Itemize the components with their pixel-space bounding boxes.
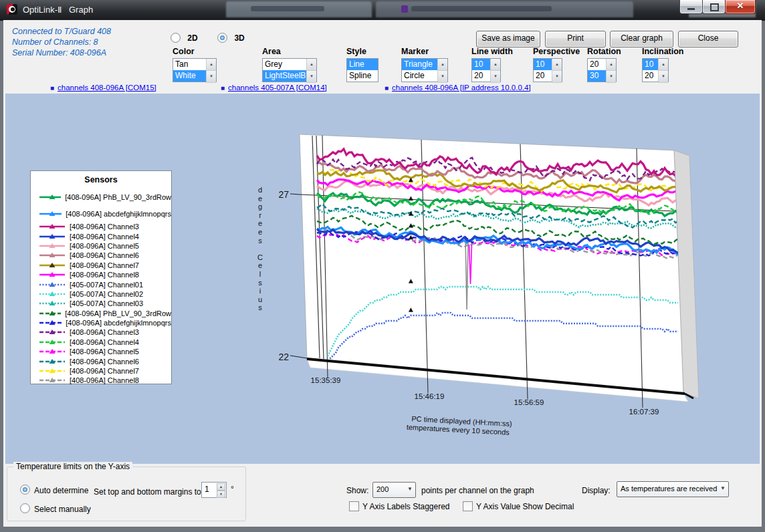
footer-panel: Temperature limits on the Y-axis Auto de… bbox=[3, 464, 762, 527]
y-axis-caption-letter: e bbox=[258, 194, 262, 203]
legend-item: [408-096A] PhB_LV_90_3rdRow bbox=[31, 188, 171, 205]
selector-label-line-width: Line width bbox=[471, 47, 513, 56]
option-grey[interactable]: Grey bbox=[263, 59, 309, 70]
radio-2d-label: 2D bbox=[187, 33, 197, 43]
close-graph-button[interactable]: Close bbox=[678, 31, 738, 47]
legend-item-label: [408-096A] Channel7 bbox=[70, 261, 139, 269]
maximize-button[interactable] bbox=[702, 0, 726, 14]
background-window-text bbox=[411, 6, 552, 11]
legend-swatch-icon bbox=[39, 291, 66, 297]
scroll-down-icon[interactable]: ▼ bbox=[659, 71, 668, 83]
scroll-down-icon[interactable]: ▼ bbox=[438, 71, 447, 83]
legend-item: [408-096A] Channel8 bbox=[31, 270, 171, 279]
scroll-up-icon[interactable]: ▲ bbox=[307, 59, 316, 71]
option-line[interactable]: Line bbox=[347, 59, 378, 70]
x-tick-label: 15:56:59 bbox=[514, 398, 544, 406]
listbox-scroll-arrows: ▲▼ bbox=[658, 59, 668, 82]
y-axis-caption-letter: g bbox=[258, 203, 262, 211]
legend-item-label: [408-096A] PhB_LV_90_3rdRow bbox=[65, 193, 171, 201]
legend-item: [408-096A] Channel5 bbox=[31, 241, 171, 251]
x-tick-label: 15:46:19 bbox=[415, 392, 445, 400]
maximize-icon bbox=[710, 3, 719, 11]
save-as-image-button[interactable]: Save as image bbox=[476, 31, 540, 47]
option-triangle[interactable]: Triangle bbox=[402, 59, 440, 70]
print-button[interactable]: Print bbox=[545, 31, 606, 47]
channel-link-ip[interactable]: ■channels 408-096A [IP address 10.0.0.4] bbox=[385, 84, 531, 92]
selector-label-rotation: Rotation bbox=[587, 47, 621, 56]
listbox-perspective: 1020▲▼ bbox=[533, 58, 562, 82]
listbox-scroll-arrows: ▲▼ bbox=[606, 59, 616, 82]
display-mode-select[interactable]: As temperatures are received ▼ bbox=[617, 481, 729, 497]
legend-swatch-icon bbox=[39, 348, 66, 355]
select-manually-radio[interactable] bbox=[20, 503, 30, 513]
app-logo-icon bbox=[7, 4, 17, 15]
option-tan[interactable]: Tan bbox=[173, 59, 209, 70]
margin-spinner-arrows: ▲ ▼ bbox=[217, 483, 225, 495]
scroll-down-icon[interactable]: ▼ bbox=[207, 71, 216, 83]
scroll-down-icon[interactable]: ▼ bbox=[307, 71, 316, 83]
option-spline[interactable]: Spline bbox=[347, 70, 378, 82]
temperature-limits-title: Temperature limits on the Y-axis bbox=[13, 462, 132, 471]
connection-line-3: Serial Number: 408-096A bbox=[12, 47, 111, 58]
scroll-up-icon[interactable]: ▲ bbox=[607, 59, 616, 71]
legend-swatch-icon bbox=[39, 368, 66, 374]
spinner-down-icon[interactable]: ▼ bbox=[217, 491, 225, 498]
y-axis-caption-letter: l bbox=[259, 270, 261, 278]
option-lightsteelblue[interactable]: LightSteelBlue bbox=[263, 70, 309, 82]
close-button[interactable]: ✕ bbox=[725, 0, 756, 14]
scroll-down-icon[interactable]: ▼ bbox=[552, 71, 562, 83]
radio-2d[interactable] bbox=[171, 33, 181, 43]
legend-swatch-icon bbox=[39, 194, 61, 201]
radio-3d[interactable] bbox=[217, 33, 227, 43]
scroll-up-icon[interactable]: ▲ bbox=[438, 59, 447, 71]
selector-label-perspective: Perspective bbox=[533, 47, 580, 56]
y-axis-caption-letter: C bbox=[257, 253, 263, 261]
show-label: Show: bbox=[346, 486, 368, 495]
option-circle[interactable]: Circle bbox=[402, 70, 440, 82]
margins-label: Set top and bottom margins to: bbox=[94, 487, 203, 497]
listbox-scroll-arrows: ▲▼ bbox=[552, 59, 562, 82]
listbox-area: GreyLightSteelBlue▲▼ bbox=[262, 58, 317, 82]
channel-link-com14[interactable]: ■channels 405-007A [COM14] bbox=[221, 84, 327, 92]
legend-swatch-icon bbox=[39, 329, 66, 336]
legend-swatch-icon bbox=[39, 211, 62, 217]
y-axis-caption-letter: e bbox=[258, 261, 262, 269]
selector-label-style: Style bbox=[346, 47, 366, 56]
toolbar: Connected to T/Guard 408 Number of Chann… bbox=[3, 20, 762, 94]
legend-item: [408-096A] Channel8 bbox=[31, 376, 171, 385]
chevron-down-icon: ▼ bbox=[407, 486, 413, 492]
minimize-button[interactable] bbox=[679, 0, 703, 14]
legend-swatch-icon bbox=[39, 262, 66, 269]
scroll-down-icon[interactable]: ▼ bbox=[491, 71, 500, 83]
background-window-icon bbox=[401, 5, 408, 13]
legend-item: [408-096A] Channel7 bbox=[31, 261, 171, 270]
y-axis-show-decimal-checkbox[interactable] bbox=[463, 501, 473, 511]
channel-square-icon: ■ bbox=[50, 84, 54, 92]
legend-swatch-icon bbox=[39, 310, 61, 317]
legend-item-label: [408-096A] Channel5 bbox=[70, 348, 139, 356]
margin-spinner[interactable]: 1 ▲ ▼ bbox=[201, 482, 227, 498]
scroll-up-icon[interactable]: ▲ bbox=[207, 59, 216, 71]
y-axis-show-decimal-label: Y Axis Value Show Decimal bbox=[476, 502, 574, 511]
legend-item-label: [408-096A] Channel8 bbox=[70, 376, 139, 384]
legend-item-label: [408-096A] Channel6 bbox=[70, 358, 139, 366]
auto-determine-radio[interactable] bbox=[20, 485, 30, 495]
channel-link-com15[interactable]: ■channels 408-096A [COM15] bbox=[50, 84, 156, 92]
spinner-up-icon[interactable]: ▲ bbox=[217, 483, 225, 491]
listbox-marker: TriangleCircle▲▼ bbox=[401, 58, 448, 82]
legend-swatch-icon bbox=[39, 252, 66, 259]
x-axis-caption: PC time displayed (HH:mm:ss)temperatures… bbox=[407, 414, 512, 436]
scroll-down-icon[interactable]: ▼ bbox=[607, 71, 616, 83]
scroll-up-icon[interactable]: ▲ bbox=[491, 59, 500, 71]
show-points-select[interactable]: 200 ▼ bbox=[372, 482, 416, 498]
clear-graph-button[interactable]: Clear graph bbox=[610, 31, 673, 47]
window-page-title: Graph bbox=[69, 5, 93, 15]
legend-item-label: [408-096A] Channel4 bbox=[70, 233, 139, 241]
scroll-up-icon[interactable]: ▲ bbox=[552, 59, 562, 71]
y-axis-labels-staggered-checkbox[interactable] bbox=[349, 501, 359, 511]
legend-swatch-icon bbox=[39, 271, 66, 278]
selector-label-marker: Marker bbox=[401, 47, 429, 56]
legend-item: [408-096A] Channel3 bbox=[31, 222, 171, 231]
scroll-up-icon[interactable]: ▲ bbox=[659, 59, 668, 71]
option-white[interactable]: White bbox=[173, 70, 209, 82]
